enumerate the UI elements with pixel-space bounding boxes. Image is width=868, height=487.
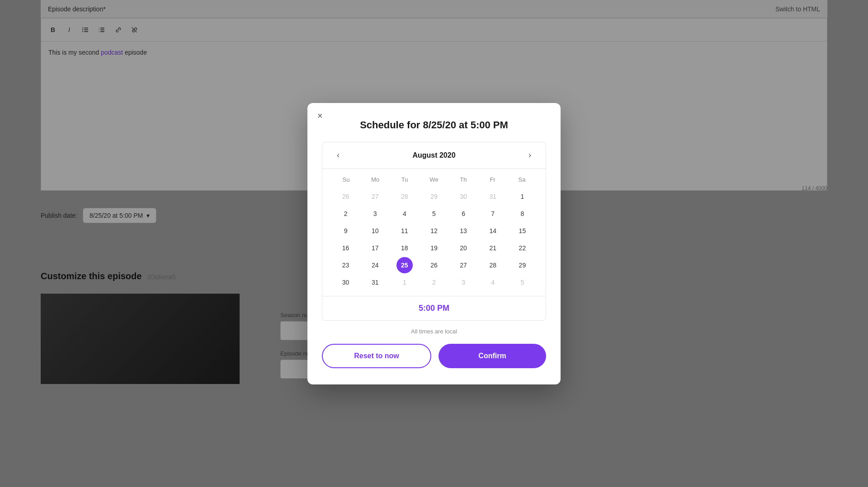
calendar-day[interactable]: 4 [396, 206, 413, 222]
calendar-day[interactable]: 5 [514, 274, 530, 290]
calendar-day[interactable]: 23 [338, 257, 354, 273]
calendar-day[interactable]: 5 [426, 206, 442, 222]
calendar-day[interactable]: 17 [367, 240, 383, 256]
calendar-weekdays: SuMoTuWeThFrSa [331, 174, 537, 185]
calendar-day[interactable]: 24 [367, 257, 383, 273]
calendar-day[interactable]: 8 [514, 206, 530, 222]
calendar-day[interactable]: 26 [426, 257, 442, 273]
calendar-weekday: Su [331, 174, 361, 185]
calendar-day[interactable]: 27 [367, 188, 383, 205]
calendar-day[interactable]: 20 [455, 240, 472, 256]
chevron-left-icon: ‹ [337, 150, 340, 160]
close-icon: × [317, 111, 323, 121]
calendar-day[interactable]: 30 [455, 188, 472, 205]
calendar-weekday: Sa [507, 174, 537, 185]
calendar-day[interactable]: 18 [396, 240, 413, 256]
calendar-header: ‹ August 2020 › [322, 142, 546, 169]
calendar-month-year: August 2020 [412, 151, 455, 159]
calendar-day[interactable]: 7 [485, 206, 501, 222]
calendar-day[interactable]: 1 [514, 188, 530, 205]
calendar-day[interactable]: 10 [367, 223, 383, 239]
calendar-next-button[interactable]: › [523, 149, 537, 162]
calendar-day[interactable]: 31 [485, 188, 501, 205]
calendar-day[interactable]: 29 [426, 188, 442, 205]
calendar-day[interactable]: 12 [426, 223, 442, 239]
calendar-weekday: Fr [478, 174, 507, 185]
calendar-day[interactable]: 14 [485, 223, 501, 239]
calendar-day[interactable]: 31 [367, 274, 383, 290]
calendar-days: 2627282930311234567891011121314151617181… [331, 188, 537, 290]
modal-close-button[interactable]: × [317, 111, 323, 120]
calendar-day[interactable]: 2 [338, 206, 354, 222]
schedule-modal: × Schedule for 8/25/20 at 5:00 PM ‹ Augu… [307, 103, 561, 384]
calendar-day[interactable]: 27 [455, 257, 472, 273]
calendar-day[interactable]: 9 [338, 223, 354, 239]
calendar-day[interactable]: 15 [514, 223, 530, 239]
calendar-day[interactable]: 25 [396, 257, 413, 273]
reset-to-now-button[interactable]: Reset to now [322, 344, 431, 368]
calendar-day[interactable]: 22 [514, 240, 530, 256]
calendar-day[interactable]: 28 [396, 188, 413, 205]
calendar-weekday: Tu [390, 174, 420, 185]
calendar-weekday: Mo [361, 174, 390, 185]
calendar-day[interactable]: 28 [485, 257, 501, 273]
modal-overlay: × Schedule for 8/25/20 at 5:00 PM ‹ Augu… [0, 0, 868, 487]
chevron-right-icon: › [528, 150, 531, 160]
calendar-day[interactable]: 21 [485, 240, 501, 256]
confirm-button[interactable]: Confirm [439, 344, 546, 368]
modal-buttons: Reset to now Confirm [322, 344, 546, 368]
calendar-day[interactable]: 26 [338, 188, 354, 205]
calendar-weekday: Th [448, 174, 478, 185]
calendar-prev-button[interactable]: ‹ [331, 149, 345, 162]
calendar-day[interactable]: 19 [426, 240, 442, 256]
calendar-day[interactable]: 4 [485, 274, 501, 290]
calendar-day[interactable]: 6 [455, 206, 472, 222]
calendar-day[interactable]: 11 [396, 223, 413, 239]
calendar-day[interactable]: 3 [367, 206, 383, 222]
calendar: ‹ August 2020 › SuMoTuWeThFrSa 262728293… [322, 142, 546, 321]
calendar-day[interactable]: 13 [455, 223, 472, 239]
calendar-day[interactable]: 2 [426, 274, 442, 290]
calendar-day[interactable]: 16 [338, 240, 354, 256]
local-time-note: All times are local [322, 328, 546, 335]
modal-title: Schedule for 8/25/20 at 5:00 PM [322, 119, 546, 131]
time-display[interactable]: 5:00 PM [322, 296, 546, 320]
calendar-day[interactable]: 3 [455, 274, 472, 290]
calendar-grid: SuMoTuWeThFrSa 2627282930311234567891011… [322, 169, 546, 296]
calendar-day[interactable]: 29 [514, 257, 530, 273]
calendar-day[interactable]: 30 [338, 274, 354, 290]
calendar-weekday: We [420, 174, 449, 185]
calendar-day[interactable]: 1 [396, 274, 413, 290]
